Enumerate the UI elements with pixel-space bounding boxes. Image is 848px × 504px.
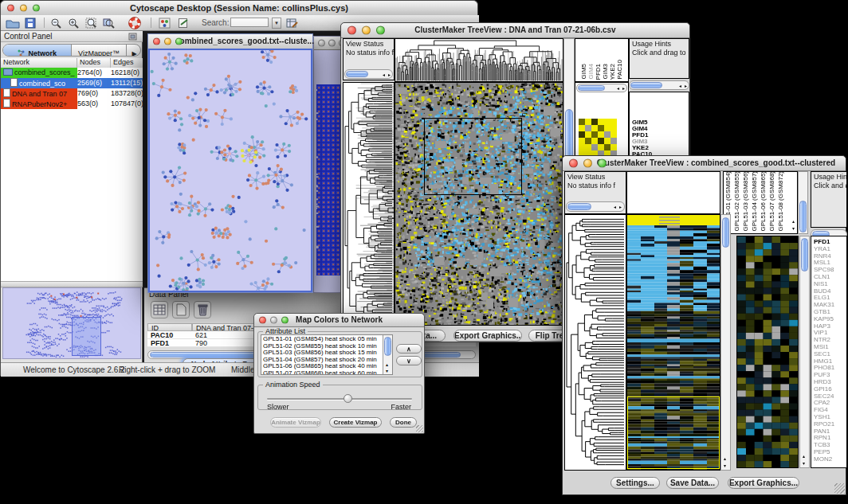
gene-label[interactable]: GPI16 [814,386,832,393]
vizmapper-tool-button[interactable] [159,18,171,29]
row-dendrogram-canvas[interactable] [344,83,394,325]
heatmap-vscrollbar[interactable]: ▴ ▾ [720,214,731,471]
move-up-button[interactable]: ∧ [396,344,422,354]
global-heatmap-canvas[interactable] [627,215,720,470]
treeview1-title-bar[interactable]: ClusterMaker TreeView : DNA and Tran 07-… [341,23,689,38]
scroll-right-icon[interactable]: ▸ [388,72,391,77]
settings-button[interactable]: Settings... [610,477,660,489]
close-button[interactable] [7,5,14,12]
save-data-button[interactable]: Save Data... [666,477,719,489]
global-heatmap-pane[interactable] [626,214,720,471]
scrollbar-thumb[interactable] [722,217,729,248]
help-button[interactable] [128,17,141,29]
gene-label[interactable]: PEP5 [814,449,830,455]
column-dendrogram-pane[interactable] [395,38,563,82]
gene-label[interactable]: NIS1 [814,281,828,287]
matrix-cell[interactable] [579,138,585,144]
row-dendrogram-pane[interactable] [564,214,626,471]
matrix-cell[interactable] [598,131,604,138]
scroll-down-icon[interactable]: ▾ [803,460,805,466]
network-table-row[interactable]: combined_scores_2764(0)16218(0) [1,68,143,78]
main-title-bar[interactable]: Cytoscape Desktop (Session Name: collins… [1,1,477,16]
view-status-hscrollbar[interactable]: ◂ ▸ [566,201,625,212]
matrix-cell[interactable] [598,144,604,150]
matrix-cell[interactable] [579,125,585,131]
scroll-down-icon[interactable]: ▾ [724,463,726,468]
minimize-button[interactable] [362,26,371,35]
column-label[interactable]: GPL51-06 (GSM865) [760,171,767,232]
column-label[interactable]: GPL51-04 (GSM857) [751,171,758,232]
column-label[interactable]: GPL51-07 (GSM868) [768,171,775,232]
create-vizmap-button[interactable]: Create Vizmap [329,417,382,428]
scroll-up-icon[interactable]: ▴ [792,218,795,224]
column-label[interactable]: GPL51-08 (GSM872) [777,171,784,232]
gene-label[interactable]: NTR2 [814,337,830,343]
scroll-left-icon[interactable]: ◂ [383,72,385,77]
global-heatmap-canvas[interactable] [395,83,563,325]
matrix-cell[interactable] [591,119,598,125]
close-button[interactable] [153,38,160,45]
annotation-tool-button[interactable] [178,18,190,29]
gene-label[interactable]: PFD1 [814,239,830,245]
gene-label[interactable]: TCB3 [814,442,830,448]
network-table-row[interactable]: DNA and Tran 07769(0)183728(0) [1,88,143,99]
matrix-cell[interactable] [585,125,591,131]
column-label[interactable]: GIM5 [580,64,587,80]
matrix-cell[interactable] [604,144,610,150]
network-table-row[interactable]: combined_sco2569(6)13112(15) [1,78,143,88]
scrollbar-thumb[interactable] [384,337,391,356]
move-down-button[interactable]: ∨ [396,356,422,365]
dialog-title-bar[interactable]: Map Colors to Network [254,314,424,327]
zoom-in-button[interactable] [68,18,80,29]
matrix-cell[interactable] [598,119,604,125]
tab-overflow-button[interactable]: ▶ [126,45,141,57]
zoom-heatmap-canvas[interactable] [737,236,798,467]
matrix-cell[interactable] [610,131,617,138]
delete-attribute-button[interactable] [194,301,211,318]
zoom-selected-button[interactable] [103,18,115,29]
gene-label[interactable]: GTB1 [814,309,830,315]
network-canvas[interactable] [150,50,311,291]
matrix-cell[interactable] [604,119,610,125]
gene-label[interactable]: HMG1 [814,358,832,365]
minimize-button[interactable] [270,317,277,324]
attribute-browser-button[interactable] [286,18,298,29]
gene-label[interactable]: FIG4 [814,407,828,413]
matrix-cell[interactable] [579,131,585,138]
matrix-cell[interactable] [585,119,591,125]
network-view[interactable] [148,49,312,292]
tab-vizmapper[interactable]: VizMapper™ [72,45,126,57]
global-heatmap-pane[interactable] [395,82,563,326]
minimize-button[interactable] [328,40,336,47]
attribute-list[interactable]: GPL51-01 (GSM854) heat shock 05 minGPL51… [261,334,393,375]
gene-label[interactable]: HAP3 [814,323,830,330]
matrix-cell[interactable] [579,119,585,125]
gene-label[interactable]: CPA2 [814,400,830,406]
column-label[interactable]: GPL51-02 (GSM855) [733,171,740,232]
scrollbar-thumb[interactable] [346,71,368,77]
close-button[interactable] [259,317,266,324]
gene-label[interactable]: RNR4 [814,253,831,260]
matrix-cell[interactable] [610,125,617,131]
minimize-button[interactable] [20,5,27,12]
network-name-cell[interactable]: combined_scores_ [1,68,77,78]
scroll-up-icon[interactable]: ▴ [386,361,388,367]
slider-thumb[interactable] [344,394,352,403]
network-window-title-bar[interactable]: combined_scores_good.txt--cluste... [148,34,312,49]
network-name-cell[interactable]: DNA and Tran 07 [1,88,77,99]
zoom-heatmap-pane[interactable] [736,236,799,468]
gene-label[interactable]: MSI1 [814,344,829,350]
matrix-cell[interactable] [585,131,591,138]
export-graphics-button[interactable]: Export Graphics... [728,477,799,489]
scroll-left-icon[interactable]: ◂ [617,85,619,91]
matrix-cell[interactable] [585,144,591,150]
zoom-out-button[interactable] [50,18,62,29]
new-attribute-button[interactable] [172,301,190,318]
scroll-up-icon[interactable]: ▴ [803,453,805,459]
zoom-button[interactable] [376,26,385,35]
gene-label[interactable]: ELG1 [814,295,830,301]
matrix-cell[interactable] [610,138,617,144]
matrix-cell[interactable] [591,125,598,131]
select-attributes-button[interactable] [151,301,168,318]
column-header-network[interactable]: Network [1,58,77,68]
